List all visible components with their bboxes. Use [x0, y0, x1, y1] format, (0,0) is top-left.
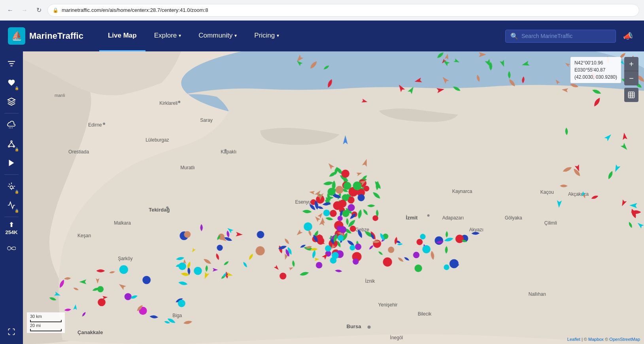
- analytics-lock-icon: 🔒: [15, 209, 19, 213]
- browser-chrome: ← → ↻ 🔒 marinetraffic.com/en/ais/home/ce…: [0, 0, 644, 21]
- nav-explore[interactable]: Explore ▾: [145, 21, 190, 51]
- logo-area[interactable]: ⛵ MarineTraffic: [8, 27, 83, 45]
- live-mode-button[interactable]: ∞: [2, 239, 21, 257]
- network-button[interactable]: 🔒: [2, 135, 21, 153]
- svg-text:Orestiada: Orestiada: [68, 149, 89, 155]
- weather-button[interactable]: [2, 116, 21, 134]
- nav-bar: ⛵ MarineTraffic Live Map Explore ▾ Commu…: [0, 21, 644, 51]
- search-icon: 🔍: [510, 32, 518, 40]
- svg-text:Saray: Saray: [200, 117, 212, 123]
- svg-marker-9: [9, 160, 14, 166]
- svg-text:Nallıhan: Nallıhan: [529, 291, 546, 297]
- svg-text:Biga: Biga: [172, 313, 182, 318]
- measure-button[interactable]: 🔒: [2, 177, 21, 195]
- favorites-lock-icon: 🔒: [15, 86, 19, 90]
- map-controls: + −: [624, 57, 638, 102]
- playback-button[interactable]: [2, 154, 21, 172]
- coord-lon-dms: E030°55'40.87: [574, 66, 617, 74]
- coordinates-display: N42°00'10.96 E030°55'40.87 (42.0030, 030…: [570, 57, 621, 83]
- svg-text:Adapazarı: Adapazarı: [442, 215, 464, 221]
- mapbox-link[interactable]: Mapbox: [588, 337, 604, 342]
- pricing-chevron-icon: ▾: [277, 33, 279, 38]
- svg-text:Çanakkale: Çanakkale: [77, 329, 103, 335]
- app-container: ⛵ MarineTraffic Live Map Explore ▾ Commu…: [0, 21, 644, 344]
- svg-line-7: [11, 142, 14, 146]
- search-box[interactable]: 🔍: [505, 30, 616, 43]
- leaflet-link[interactable]: Leaflet: [567, 337, 580, 342]
- ship-count-display: ⬆ 254K: [4, 219, 19, 237]
- sidebar-divider-3: [4, 217, 19, 217]
- map-area[interactable]: manli Edirne Kirklareli Orestiada Lülebu…: [23, 51, 644, 344]
- map-attribution: Leaflet | © Mapbox © OpenStreetMap: [567, 337, 640, 342]
- svg-point-10: [10, 186, 13, 189]
- logo-icon: ⛵: [8, 27, 25, 45]
- svg-text:∞: ∞: [11, 248, 13, 250]
- svg-text:Kapaklı: Kapaklı: [221, 149, 236, 155]
- nav-links: Live Map Explore ▾ Community ▾ Pricing ▾: [99, 21, 505, 51]
- zoom-in-button[interactable]: +: [624, 57, 638, 71]
- scale-line-mi: [30, 329, 62, 331]
- osm-link[interactable]: OpenStreetMap: [609, 337, 640, 342]
- svg-text:Bursa: Bursa: [347, 323, 362, 329]
- svg-text:Gölyaka: Gölyaka: [505, 215, 522, 221]
- notification-button[interactable]: 📣: [620, 28, 636, 44]
- search-area: 🔍 📣: [505, 28, 636, 44]
- nav-live-map-label: Live Map: [108, 32, 137, 40]
- coord-decimal: (42.0030, 030.9280): [574, 74, 617, 81]
- svg-point-48: [178, 101, 180, 103]
- logo-text: MarineTraffic: [29, 31, 83, 41]
- nav-pricing-label: Pricing: [254, 32, 275, 40]
- svg-point-11: [8, 247, 11, 250]
- reload-button[interactable]: ↻: [33, 5, 44, 16]
- svg-text:Bilecik: Bilecik: [418, 311, 432, 317]
- svg-point-49: [224, 149, 227, 151]
- network-lock-icon: 🔒: [15, 147, 19, 151]
- map-background: manli Edirne Kirklareli Orestiada Lülebu…: [23, 51, 644, 344]
- svg-text:Lüleburgaz: Lüleburgaz: [145, 137, 169, 143]
- svg-text:Malkara: Malkara: [114, 220, 131, 226]
- svg-line-6: [9, 142, 11, 146]
- filter-button[interactable]: [2, 55, 21, 73]
- svg-text:manli: manli: [55, 93, 65, 98]
- svg-point-3: [11, 141, 12, 142]
- favorites-button[interactable]: 🔒: [2, 74, 21, 92]
- map-type-button[interactable]: [624, 88, 638, 102]
- community-chevron-icon: ▾: [234, 33, 237, 38]
- analytics-button[interactable]: 🔒: [2, 196, 21, 214]
- ship-count-number: 254K: [5, 229, 17, 235]
- svg-point-52: [368, 325, 371, 329]
- forward-button[interactable]: →: [19, 5, 30, 16]
- sidebar-divider-1: [4, 113, 19, 113]
- search-input[interactable]: [521, 33, 611, 39]
- scale-km: 30 km: [30, 314, 62, 319]
- layers-button[interactable]: [2, 93, 21, 111]
- svg-text:Kirklareli: Kirklareli: [159, 100, 178, 106]
- nav-pricing[interactable]: Pricing ▾: [246, 21, 288, 51]
- svg-text:Edirne: Edirne: [88, 122, 102, 128]
- fullscreen-button[interactable]: [2, 323, 21, 341]
- svg-text:İnegöl: İnegöl: [390, 335, 403, 340]
- svg-point-47: [103, 123, 105, 125]
- svg-text:Akçakoca: Akçakoca: [568, 191, 589, 197]
- svg-text:Kaçou: Kaçou: [540, 189, 554, 195]
- back-button[interactable]: ←: [5, 5, 16, 16]
- svg-text:Esenyurt: Esenyurt: [295, 199, 314, 205]
- left-sidebar: 🔒 🔒 🔒 🔒: [0, 51, 23, 344]
- nav-community-label: Community: [198, 32, 232, 40]
- scale-line-km: [30, 320, 62, 322]
- nav-community[interactable]: Community ▾: [190, 21, 246, 51]
- zoom-out-button[interactable]: −: [624, 71, 638, 85]
- svg-point-50: [166, 206, 168, 209]
- nav-live-map[interactable]: Live Map: [99, 21, 145, 51]
- svg-point-51: [427, 214, 430, 217]
- svg-text:Muratlı: Muratlı: [180, 165, 195, 170]
- address-bar[interactable]: 🔒 marinetraffic.com/en/ais/home/centerx:…: [47, 4, 639, 17]
- svg-text:İzmit: İzmit: [406, 215, 418, 221]
- svg-text:Akyazı: Akyazı: [469, 227, 483, 232]
- nav-explore-label: Explore: [154, 32, 177, 40]
- svg-text:Şarköy: Şarköy: [118, 256, 132, 261]
- coord-lat-dms: N42°00'10.96: [574, 59, 617, 66]
- svg-text:Keşan: Keşan: [77, 233, 91, 238]
- main-content: 🔒 🔒 🔒 🔒: [0, 51, 644, 344]
- explore-chevron-icon: ▾: [179, 33, 181, 38]
